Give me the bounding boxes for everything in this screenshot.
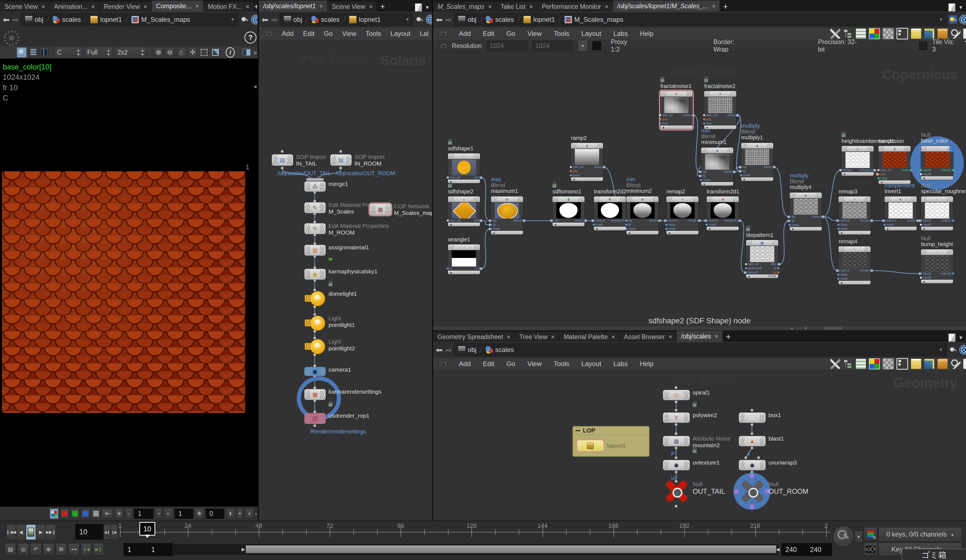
node-OUT_TAIL[interactable] [663,481,689,501]
node-ramp1[interactable]: ▮size_reframpposramp [879,146,910,184]
pane-menu-dropdown-icon[interactable]: ▼ [958,335,963,341]
pane-maximize-icon[interactable] [415,3,422,11]
close-icon[interactable]: × [529,3,533,10]
prev-key-button[interactable]: ❙◀ [81,543,92,555]
precision-label[interactable]: Precision: 32-bit [818,38,862,53]
input-port-ramp[interactable] [665,224,667,226]
crumb-lopnet1[interactable]: lopnet1 [89,16,123,23]
node-karmarendersettings[interactable]: ▦ [304,389,326,400]
menu-go[interactable]: Go [324,30,333,38]
output-port-invert[interactable] [916,220,918,222]
menu-help[interactable]: Help [640,360,654,368]
menu-layout[interactable]: Layout [582,30,601,38]
node-assignmaterial1[interactable]: ▥ [304,245,326,256]
expand-region-icon[interactable] [211,47,220,57]
output-port-remap[interactable] [870,269,872,271]
input-port-mask[interactable] [665,228,667,230]
close-icon[interactable]: × [605,3,608,10]
link-target-icon[interactable] [959,15,966,24]
input-port-bg[interactable] [700,171,702,173]
select-keys-icon[interactable]: ▤ [5,543,16,555]
input-port-size_ref[interactable] [447,177,449,179]
gamma-plus-icon[interactable]: + [155,508,162,519]
collapse-icon[interactable] [576,430,580,431]
composite-viewport[interactable]: base_color[10] 1024x1024 fr 10 C 1 ◀ [0,59,258,507]
path-dropdown-icon[interactable]: ▼ [230,17,236,22]
resolution-y-field[interactable]: 1024 [532,41,573,51]
eye-icon[interactable] [963,359,966,369]
input-port-ramp[interactable] [570,174,572,176]
image-add-icon[interactable] [924,359,935,369]
crumb-lopnet1[interactable]: lopnet1 [347,16,382,23]
tab-m-scales-maps[interactable]: M_Scales_maps× [433,2,496,11]
input-port-input1[interactable] [920,169,922,171]
tree-view-icon[interactable] [843,359,853,369]
output-port-transform[interactable] [738,220,740,222]
set-key-button[interactable] [833,526,854,548]
animation-editor-icon[interactable] [864,543,877,556]
node-multiply4[interactable]: ◆bgblendfgmask [790,192,822,231]
input-port-fg[interactable] [490,224,492,226]
zoom-out-icon[interactable]: ⊖ [165,47,174,57]
pane-splitter-left[interactable] [258,0,259,521]
layout-icon[interactable] [897,28,908,39]
output-port-blend[interactable] [657,220,660,222]
tab-material-palette[interactable]: Material Palette× [559,332,619,342]
network-tools-icon[interactable] [830,29,840,39]
crumb-scales[interactable]: scales [484,16,516,23]
node-transform2d1[interactable]: ⊕sourcetransformmask [707,196,739,230]
input-port-mask[interactable] [838,228,840,230]
dither-icon[interactable]: ❉ [195,508,204,519]
close-icon[interactable]: × [669,334,672,340]
input-port-ramp[interactable] [877,177,879,179]
viewport-scroll-arrow[interactable]: ◀ [253,84,256,89]
menu-labs[interactable]: Labs [613,360,628,368]
split-view-button[interactable] [241,47,252,57]
input-port-pointmask[interactable] [745,267,747,269]
row-overflow-arrow[interactable]: ▸ [255,511,258,516]
input-port-mask[interactable] [706,224,708,226]
input-port-source[interactable] [593,220,595,222]
input-port-pos[interactable] [703,118,705,120]
menu-tools[interactable]: Tools [554,360,569,368]
path-bar[interactable]: objscaleslopnet1M_Scales_maps▼ [21,13,238,26]
menu-edit[interactable]: Edit [483,360,495,368]
menu-view[interactable]: View [342,30,356,38]
output-port-blend[interactable] [821,216,823,218]
path-dropdown-icon[interactable]: ▼ [405,17,411,22]
nav-forward-icon[interactable]: ➡ [445,15,452,25]
input-port-source[interactable] [706,220,708,222]
gamma-field[interactable]: 1 [134,508,154,519]
toolbar-overflow-arrow[interactable]: ▶ [254,50,258,55]
next-key-button[interactable]: ▶❙ [93,543,104,555]
node-pointlight1[interactable] [304,315,325,330]
pattern-grid-icon[interactable] [883,358,894,370]
nav-forward-icon[interactable]: ➡ [445,345,452,355]
lop-network-box[interactable]: LOP lopnet1 [572,426,650,457]
close-icon[interactable]: × [144,3,147,10]
crumb-scales[interactable]: scales [310,16,341,23]
node-sdfshape1[interactable]: ●size_refsdf [448,153,480,183]
color-palette-icon[interactable] [869,28,880,39]
contrast-icon[interactable]: ◐ [164,508,172,519]
node-mountain2[interactable]: ▦ [663,436,690,446]
search-icon[interactable] [951,29,961,39]
sticky-notes-icon[interactable] [911,28,921,39]
range-slider-track[interactable]: ▶ ◀ [172,544,779,555]
tree-view-icon[interactable] [843,29,853,39]
input-port-pos[interactable] [570,170,572,172]
blue-channel-icon[interactable] [81,508,90,519]
new-tab-button[interactable]: + [254,2,258,11]
crumb-scales[interactable]: scales [484,346,516,354]
key-options-dropdown[interactable]: ▼ [854,531,863,543]
audio-icon[interactable]: ◎ [18,543,29,555]
pattern-grid-icon[interactable] [883,28,894,39]
search-icon[interactable] [951,359,961,369]
list-view-icon[interactable] [856,28,866,39]
node-blast1[interactable]: ▲ [739,436,766,446]
menu-add[interactable]: Add [282,30,294,38]
node-uvunwrap3[interactable]: ◉ [739,460,766,470]
menu-scroll-arrow[interactable]: ▲ [266,31,273,36]
input-port-mask[interactable] [884,224,886,226]
node-multiply1[interactable]: ◆bgblendfgmask [741,143,773,181]
